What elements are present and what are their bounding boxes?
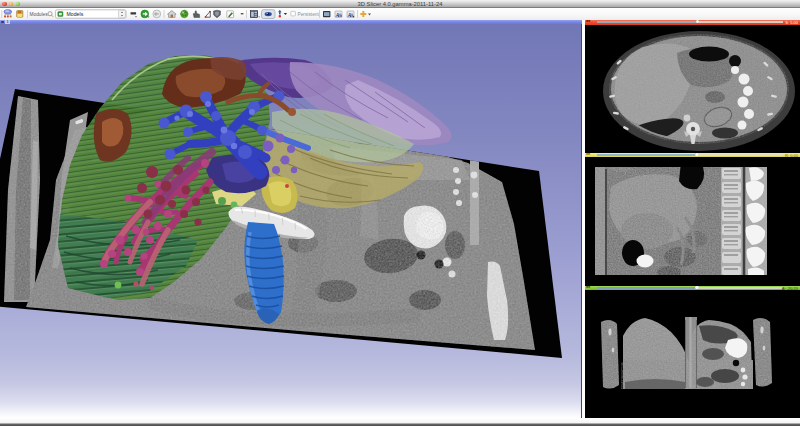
- svg-text:Models: Models: [67, 11, 84, 17]
- svg-text:Modules:: Modules:: [30, 12, 49, 17]
- svg-text:A: A: [335, 12, 340, 18]
- svg-text:A: A: [347, 12, 352, 18]
- svg-text:Persistent: Persistent: [298, 12, 320, 17]
